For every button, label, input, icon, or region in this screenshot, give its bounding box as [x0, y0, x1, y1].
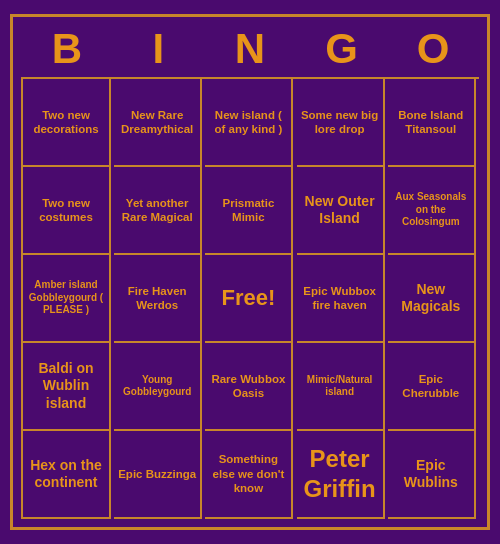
cell-n2[interactable]: Prismatic Mimic	[205, 167, 293, 255]
bingo-grid: Two new decorationsNew Rare Dreamythical…	[21, 77, 479, 519]
cell-g1[interactable]: Some new big lore drop	[297, 79, 385, 167]
cell-g4[interactable]: Mimic/Natural island	[297, 343, 385, 431]
letter-b: B	[23, 25, 111, 73]
cell-b2[interactable]: Two new costumes	[23, 167, 111, 255]
cell-g5[interactable]: Peter Griffin	[297, 431, 385, 519]
letter-i: I	[114, 25, 202, 73]
cell-i2[interactable]: Yet another Rare Magical	[114, 167, 202, 255]
letter-o: O	[389, 25, 477, 73]
cell-i3[interactable]: Fire Haven Werdos	[114, 255, 202, 343]
cell-b4[interactable]: Baldi on Wublin island	[23, 343, 111, 431]
bingo-header: B I N G O	[21, 25, 479, 73]
cell-o2[interactable]: Aux Seasonals on the Colosingum	[388, 167, 476, 255]
cell-b3[interactable]: Amber island Gobbleygourd ( PLEASE )	[23, 255, 111, 343]
cell-i1[interactable]: New Rare Dreamythical	[114, 79, 202, 167]
letter-n: N	[206, 25, 294, 73]
cell-b5[interactable]: Hex on the continent	[23, 431, 111, 519]
cell-n4[interactable]: Rare Wubbox Oasis	[205, 343, 293, 431]
cell-n5[interactable]: Something else we don't know	[205, 431, 293, 519]
letter-g: G	[298, 25, 386, 73]
cell-n3[interactable]: Free!	[205, 255, 293, 343]
bingo-card: B I N G O Two new decorationsNew Rare Dr…	[10, 14, 490, 530]
cell-g3[interactable]: Epic Wubbox fire haven	[297, 255, 385, 343]
cell-n1[interactable]: New island ( of any kind )	[205, 79, 293, 167]
cell-o4[interactable]: Epic Cherubble	[388, 343, 476, 431]
cell-i4[interactable]: Young Gobbleygourd	[114, 343, 202, 431]
cell-i5[interactable]: Epic Buzzinga	[114, 431, 202, 519]
cell-o5[interactable]: Epic Wublins	[388, 431, 476, 519]
cell-b1[interactable]: Two new decorations	[23, 79, 111, 167]
cell-o3[interactable]: New Magicals	[388, 255, 476, 343]
cell-g2[interactable]: New Outer Island	[297, 167, 385, 255]
cell-o1[interactable]: Bone Island Titansoul	[388, 79, 476, 167]
